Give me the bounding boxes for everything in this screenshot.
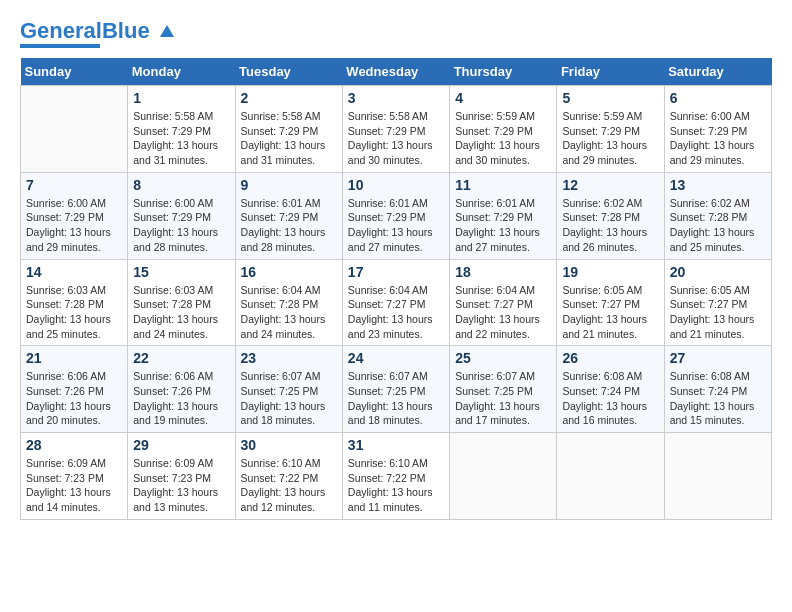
day-number: 8 <box>133 177 229 193</box>
calendar-cell: 7Sunrise: 6:00 AM Sunset: 7:29 PM Daylig… <box>21 172 128 259</box>
calendar-table: SundayMondayTuesdayWednesdayThursdayFrid… <box>20 58 772 520</box>
day-info: Sunrise: 6:05 AM Sunset: 7:27 PM Dayligh… <box>670 283 766 342</box>
calendar-cell: 22Sunrise: 6:06 AM Sunset: 7:26 PM Dayli… <box>128 346 235 433</box>
calendar-cell: 10Sunrise: 6:01 AM Sunset: 7:29 PM Dayli… <box>342 172 449 259</box>
day-info: Sunrise: 5:59 AM Sunset: 7:29 PM Dayligh… <box>562 109 658 168</box>
calendar-cell: 19Sunrise: 6:05 AM Sunset: 7:27 PM Dayli… <box>557 259 664 346</box>
day-info: Sunrise: 6:09 AM Sunset: 7:23 PM Dayligh… <box>133 456 229 515</box>
day-number: 23 <box>241 350 337 366</box>
calendar-cell: 15Sunrise: 6:03 AM Sunset: 7:28 PM Dayli… <box>128 259 235 346</box>
day-info: Sunrise: 6:04 AM Sunset: 7:27 PM Dayligh… <box>348 283 444 342</box>
day-info: Sunrise: 6:00 AM Sunset: 7:29 PM Dayligh… <box>133 196 229 255</box>
calendar-cell: 30Sunrise: 6:10 AM Sunset: 7:22 PM Dayli… <box>235 433 342 520</box>
calendar-cell: 11Sunrise: 6:01 AM Sunset: 7:29 PM Dayli… <box>450 172 557 259</box>
day-number: 6 <box>670 90 766 106</box>
calendar-cell: 21Sunrise: 6:06 AM Sunset: 7:26 PM Dayli… <box>21 346 128 433</box>
day-info: Sunrise: 5:58 AM Sunset: 7:29 PM Dayligh… <box>348 109 444 168</box>
calendar-cell: 5Sunrise: 5:59 AM Sunset: 7:29 PM Daylig… <box>557 86 664 173</box>
day-number: 16 <box>241 264 337 280</box>
weekday-header-sunday: Sunday <box>21 58 128 86</box>
calendar-cell: 2Sunrise: 5:58 AM Sunset: 7:29 PM Daylig… <box>235 86 342 173</box>
day-info: Sunrise: 5:59 AM Sunset: 7:29 PM Dayligh… <box>455 109 551 168</box>
day-number: 30 <box>241 437 337 453</box>
calendar-cell: 4Sunrise: 5:59 AM Sunset: 7:29 PM Daylig… <box>450 86 557 173</box>
day-number: 21 <box>26 350 122 366</box>
day-info: Sunrise: 6:00 AM Sunset: 7:29 PM Dayligh… <box>26 196 122 255</box>
day-info: Sunrise: 6:01 AM Sunset: 7:29 PM Dayligh… <box>455 196 551 255</box>
logo-blue: Blue <box>102 18 150 43</box>
day-number: 27 <box>670 350 766 366</box>
logo-underline <box>20 44 100 48</box>
day-number: 22 <box>133 350 229 366</box>
calendar-cell <box>450 433 557 520</box>
day-number: 9 <box>241 177 337 193</box>
calendar-cell: 16Sunrise: 6:04 AM Sunset: 7:28 PM Dayli… <box>235 259 342 346</box>
calendar-week-row: 14Sunrise: 6:03 AM Sunset: 7:28 PM Dayli… <box>21 259 772 346</box>
calendar-week-row: 28Sunrise: 6:09 AM Sunset: 7:23 PM Dayli… <box>21 433 772 520</box>
day-number: 28 <box>26 437 122 453</box>
day-info: Sunrise: 6:03 AM Sunset: 7:28 PM Dayligh… <box>26 283 122 342</box>
day-info: Sunrise: 6:04 AM Sunset: 7:28 PM Dayligh… <box>241 283 337 342</box>
calendar-cell: 14Sunrise: 6:03 AM Sunset: 7:28 PM Dayli… <box>21 259 128 346</box>
calendar-cell: 13Sunrise: 6:02 AM Sunset: 7:28 PM Dayli… <box>664 172 771 259</box>
day-info: Sunrise: 6:02 AM Sunset: 7:28 PM Dayligh… <box>670 196 766 255</box>
day-number: 17 <box>348 264 444 280</box>
day-number: 14 <box>26 264 122 280</box>
day-number: 11 <box>455 177 551 193</box>
day-number: 24 <box>348 350 444 366</box>
calendar-cell: 1Sunrise: 5:58 AM Sunset: 7:29 PM Daylig… <box>128 86 235 173</box>
calendar-cell: 23Sunrise: 6:07 AM Sunset: 7:25 PM Dayli… <box>235 346 342 433</box>
calendar-cell: 28Sunrise: 6:09 AM Sunset: 7:23 PM Dayli… <box>21 433 128 520</box>
weekday-header-tuesday: Tuesday <box>235 58 342 86</box>
day-info: Sunrise: 6:08 AM Sunset: 7:24 PM Dayligh… <box>562 369 658 428</box>
logo: GeneralBlue <box>20 20 176 48</box>
calendar-cell: 25Sunrise: 6:07 AM Sunset: 7:25 PM Dayli… <box>450 346 557 433</box>
header: GeneralBlue <box>20 20 772 48</box>
day-info: Sunrise: 6:07 AM Sunset: 7:25 PM Dayligh… <box>455 369 551 428</box>
calendar-cell <box>664 433 771 520</box>
weekday-header-friday: Friday <box>557 58 664 86</box>
day-info: Sunrise: 6:10 AM Sunset: 7:22 PM Dayligh… <box>348 456 444 515</box>
day-number: 1 <box>133 90 229 106</box>
day-number: 4 <box>455 90 551 106</box>
day-number: 13 <box>670 177 766 193</box>
calendar-cell: 27Sunrise: 6:08 AM Sunset: 7:24 PM Dayli… <box>664 346 771 433</box>
day-info: Sunrise: 6:02 AM Sunset: 7:28 PM Dayligh… <box>562 196 658 255</box>
day-number: 5 <box>562 90 658 106</box>
calendar-cell: 24Sunrise: 6:07 AM Sunset: 7:25 PM Dayli… <box>342 346 449 433</box>
day-info: Sunrise: 6:01 AM Sunset: 7:29 PM Dayligh… <box>241 196 337 255</box>
day-info: Sunrise: 6:06 AM Sunset: 7:26 PM Dayligh… <box>133 369 229 428</box>
day-info: Sunrise: 6:10 AM Sunset: 7:22 PM Dayligh… <box>241 456 337 515</box>
calendar-cell: 8Sunrise: 6:00 AM Sunset: 7:29 PM Daylig… <box>128 172 235 259</box>
calendar-cell: 31Sunrise: 6:10 AM Sunset: 7:22 PM Dayli… <box>342 433 449 520</box>
calendar-cell: 3Sunrise: 5:58 AM Sunset: 7:29 PM Daylig… <box>342 86 449 173</box>
day-info: Sunrise: 5:58 AM Sunset: 7:29 PM Dayligh… <box>241 109 337 168</box>
day-number: 29 <box>133 437 229 453</box>
day-info: Sunrise: 6:00 AM Sunset: 7:29 PM Dayligh… <box>670 109 766 168</box>
day-number: 12 <box>562 177 658 193</box>
day-number: 7 <box>26 177 122 193</box>
logo-general: General <box>20 18 102 43</box>
calendar-cell: 17Sunrise: 6:04 AM Sunset: 7:27 PM Dayli… <box>342 259 449 346</box>
day-number: 25 <box>455 350 551 366</box>
calendar-cell <box>21 86 128 173</box>
weekday-header-thursday: Thursday <box>450 58 557 86</box>
calendar-cell: 18Sunrise: 6:04 AM Sunset: 7:27 PM Dayli… <box>450 259 557 346</box>
calendar-cell: 9Sunrise: 6:01 AM Sunset: 7:29 PM Daylig… <box>235 172 342 259</box>
day-info: Sunrise: 6:04 AM Sunset: 7:27 PM Dayligh… <box>455 283 551 342</box>
day-number: 31 <box>348 437 444 453</box>
day-info: Sunrise: 6:06 AM Sunset: 7:26 PM Dayligh… <box>26 369 122 428</box>
calendar-week-row: 7Sunrise: 6:00 AM Sunset: 7:29 PM Daylig… <box>21 172 772 259</box>
day-info: Sunrise: 6:09 AM Sunset: 7:23 PM Dayligh… <box>26 456 122 515</box>
weekday-header-row: SundayMondayTuesdayWednesdayThursdayFrid… <box>21 58 772 86</box>
weekday-header-monday: Monday <box>128 58 235 86</box>
day-info: Sunrise: 6:07 AM Sunset: 7:25 PM Dayligh… <box>241 369 337 428</box>
day-info: Sunrise: 6:03 AM Sunset: 7:28 PM Dayligh… <box>133 283 229 342</box>
day-info: Sunrise: 6:08 AM Sunset: 7:24 PM Dayligh… <box>670 369 766 428</box>
calendar-cell: 29Sunrise: 6:09 AM Sunset: 7:23 PM Dayli… <box>128 433 235 520</box>
day-number: 20 <box>670 264 766 280</box>
day-number: 15 <box>133 264 229 280</box>
day-number: 19 <box>562 264 658 280</box>
calendar-cell <box>557 433 664 520</box>
day-number: 3 <box>348 90 444 106</box>
